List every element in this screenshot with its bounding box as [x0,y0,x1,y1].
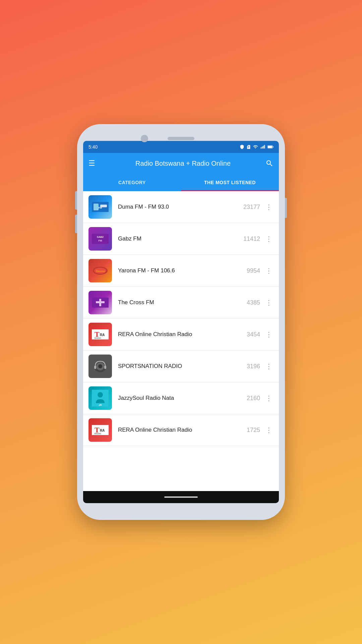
status-bar: 5:40 [83,141,279,153]
svg-rect-11 [92,234,109,244]
tab-indicator [181,190,279,191]
svg-rect-2 [263,146,264,149]
radio-list: FM Duma FM - FM 93.0 23177 ⋮ GABZ FM [83,191,279,491]
svg-point-27 [98,364,102,368]
battery-icon [267,145,274,149]
volume-up-button [75,191,77,210]
svg-rect-5 [268,146,272,148]
volume-down-button [75,215,77,233]
more-options-icon[interactable]: ⋮ [264,233,274,244]
radio-name: Duma FM - FM 93.0 [118,204,169,210]
svg-text:GABZ: GABZ [97,236,104,238]
more-options-icon[interactable]: ⋮ [264,425,274,435]
svg-rect-3 [264,145,265,149]
radio-info: RERA Online Christian Radio [118,427,240,433]
menu-icon[interactable]: ☰ [88,159,95,168]
radio-logo: T RA RADIO [88,418,112,442]
radio-count: 3196 [240,363,260,370]
app-title: Radio Botswana + Radio Online [101,160,265,167]
tab-category-label: CATEGORY [118,180,146,185]
svg-rect-28 [94,366,96,369]
svg-rect-29 [104,366,106,369]
more-options-icon[interactable]: ⋮ [264,329,274,340]
radio-name: Yarona FM - FM 106.6 [118,267,175,274]
bottom-nav-bar [83,491,279,503]
svg-rect-1 [262,147,262,149]
svg-rect-8 [94,204,99,210]
screen: 5:40 [83,141,279,503]
phone-shell: 5:40 [77,124,285,520]
radio-logo: JR [88,386,112,410]
shield-icon [240,145,244,149]
list-item[interactable]: FM Duma FM - FM 93.0 23177 ⋮ [83,191,279,223]
radio-count: 9954 [240,267,260,274]
svg-text:FM: FM [99,207,102,209]
radio-info: Duma FM - FM 93.0 [118,204,240,210]
list-item[interactable]: Yarona Yarona FM - FM 106.6 9954 ⋮ [83,255,279,287]
more-options-icon[interactable]: ⋮ [264,202,274,212]
radio-info: Yarona FM - FM 106.6 [118,267,240,274]
svg-text:Yarona: Yarona [96,270,105,273]
more-options-icon[interactable]: ⋮ [264,265,274,276]
more-options-icon[interactable]: ⋮ [264,361,274,372]
radio-count: 23177 [240,204,260,211]
tab-bar: CATEGORY THE MOST LISTENED [83,174,279,191]
radio-name: The Cross FM [118,299,154,306]
radio-count: 4385 [240,299,260,306]
phone-speaker [168,137,194,140]
radio-logo: Yarona [88,259,112,282]
radio-count: 11412 [240,235,260,243]
more-options-icon[interactable]: ⋮ [264,297,274,308]
list-item[interactable]: GABZ FM Gabz FM 11412 ⋮ [83,223,279,255]
svg-text:RA: RA [100,333,105,337]
svg-rect-0 [261,147,261,149]
radio-info: Gabz FM [118,235,240,242]
list-item[interactable]: T RA RADIO RERA Online Christian Radio 3… [83,319,279,351]
radio-info: RERA Online Christian Radio [118,331,240,338]
svg-text:JR: JR [99,404,102,406]
list-item[interactable]: JR JazzySoul Radio Nata 2160 ⋮ [83,382,279,414]
radio-logo [88,291,112,314]
radio-count: 3454 [240,331,260,338]
tab-most-listened-label: THE MOST LISTENED [204,180,256,185]
radio-logo: GABZ FM [88,227,112,251]
radio-logo: FM [88,195,112,219]
bottom-indicator [164,496,198,498]
radio-logo [88,355,112,378]
radio-info: The Cross FM [118,299,240,306]
radio-count: 2160 [240,395,260,402]
list-item[interactable]: The Cross FM 4385 ⋮ [83,287,279,319]
search-icon[interactable] [265,159,274,167]
radio-info: JazzySoul Radio Nata [118,395,240,401]
radio-name: SPORTSNATION RADIO [118,363,182,369]
radio-count: 1725 [240,427,260,434]
svg-point-31 [98,392,103,397]
svg-rect-19 [96,301,105,303]
radio-name: RERA Online Christian Radio [118,427,192,433]
radio-name: Gabz FM [118,235,141,242]
wifi-icon [253,145,258,149]
svg-text:RADIO: RADIO [95,433,101,435]
svg-text:RA: RA [100,429,105,432]
svg-text:FM: FM [98,239,102,242]
more-options-icon[interactable]: ⋮ [264,393,274,404]
power-button [285,198,287,218]
signal-icon [260,145,265,149]
list-item[interactable]: T RA RADIO RERA Online Christian Radio 1… [83,414,279,446]
status-time: 5:40 [88,144,98,150]
front-camera [141,135,148,142]
app-bar: ☰ Radio Botswana + Radio Online [83,153,279,174]
tab-category[interactable]: CATEGORY [83,174,181,191]
svg-text:RADIO: RADIO [95,337,101,339]
tab-most-listened[interactable]: THE MOST LISTENED [181,174,279,191]
list-item[interactable]: SPORTSNATION RADIO 3196 ⋮ [83,351,279,382]
sim-icon [246,145,251,149]
svg-rect-6 [273,146,274,147]
status-icons [240,145,274,149]
radio-name: JazzySoul Radio Nata [118,395,174,401]
radio-logo: T RA RADIO [88,323,112,346]
radio-info: SPORTSNATION RADIO [118,363,240,370]
radio-name: RERA Online Christian Radio [118,331,192,337]
